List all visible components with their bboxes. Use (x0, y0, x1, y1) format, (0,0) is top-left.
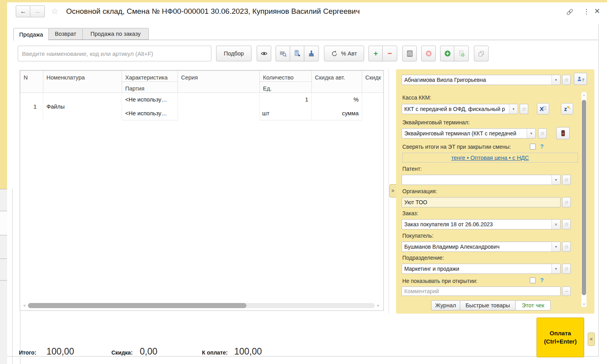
cell-series[interactable] (178, 93, 260, 120)
scroll-right-icon[interactable]: ► (377, 302, 380, 309)
cell-characteristic[interactable]: <Не использу… (122, 93, 178, 107)
kkm-field[interactable]: ККТ с передачей в ОФД, фискальный р ▾ (402, 104, 518, 114)
pick-button[interactable]: Подбор (216, 46, 252, 61)
comment-more-button[interactable]: ... (562, 286, 571, 296)
price-settings-link[interactable]: тенге • Оптовая цена • с НДС (451, 155, 529, 161)
ellipsis-label: ... (564, 288, 568, 292)
copy-icon (565, 178, 568, 182)
pay-button[interactable]: Оплата (Ctrl+Enter) (537, 318, 584, 357)
comment-input[interactable] (402, 286, 561, 296)
scrollbar-track[interactable] (28, 303, 375, 308)
cell-nomenclature[interactable]: Файлы (43, 93, 122, 120)
kkm-open-button[interactable] (520, 104, 528, 114)
more-menu-icon[interactable]: ⋮ (583, 7, 590, 16)
cashier-info-button[interactable]: ? (574, 73, 587, 85)
auto-discount-button[interactable]: % Авт (324, 46, 364, 61)
terminal-device-button[interactable] (556, 127, 570, 139)
table-horizontal-scrollbar[interactable]: ◄ ► (22, 302, 380, 309)
scroll-up-icon[interactable]: ▴ (581, 93, 587, 97)
cell-auto-discount-sum[interactable]: сумма (312, 107, 362, 120)
panel-collapse-handle[interactable]: < (588, 333, 595, 346)
scroll-left-icon[interactable]: ◄ (22, 302, 26, 309)
panel-expand-handle[interactable]: > (389, 184, 396, 198)
dropdown-icon[interactable]: ▾ (551, 175, 560, 185)
add-row-button[interactable]: + (368, 46, 383, 61)
clear-icon[interactable]: × (551, 220, 560, 229)
customer-open-button[interactable] (562, 242, 571, 252)
dropdown-icon[interactable]: ▾ (551, 75, 560, 85)
receipt-side-panel: Абнагимова Виола Григорьевна ▾ ? Касса К… (396, 69, 594, 314)
back-button[interactable]: ← (16, 6, 31, 17)
organization-label: Организация: (402, 188, 437, 194)
dropdown-icon[interactable]: ▾ (527, 129, 535, 138)
total-label: Итого: (19, 349, 36, 356)
tab-return[interactable]: Возврат (48, 28, 83, 40)
cashier-open-button[interactable] (562, 75, 571, 85)
order-open-button[interactable] (562, 219, 571, 229)
organization-open-button[interactable] (562, 197, 571, 207)
link-icon[interactable] (566, 8, 574, 16)
terminal-open-button[interactable] (538, 128, 547, 139)
open-window-button[interactable] (474, 46, 489, 61)
data-terminal-button[interactable] (290, 46, 304, 61)
terminal-field[interactable]: Эквайринговый терминал (ККТ с передачей … (402, 128, 536, 139)
organization-field[interactable]: Уют ТОО (402, 197, 561, 207)
hide-on-open-checkbox[interactable] (530, 277, 536, 283)
scrollbar-thumb[interactable] (582, 100, 586, 295)
customer-label: Покупатель: (402, 233, 433, 239)
view-this-receipt-button[interactable]: Этот чек (515, 300, 551, 310)
question-icon: ? (582, 78, 584, 83)
remove-row-button[interactable]: − (382, 46, 397, 61)
tab-sale[interactable]: Продажа (13, 28, 49, 41)
favorite-star-icon[interactable]: ☆ (51, 6, 59, 17)
view-journal-button[interactable]: Журнал (431, 300, 460, 310)
cashier-field[interactable]: Абнагимова Виола Григорьевна ▾ (402, 75, 561, 85)
cell-auto-discount-percent[interactable]: % (312, 93, 362, 107)
kkm-zreport-button[interactable] (561, 103, 573, 115)
dropdown-icon[interactable]: ▾ (551, 242, 560, 251)
barcode-search-button[interactable] (276, 46, 290, 61)
view-eye-button[interactable] (257, 46, 271, 61)
total-value: 100,00 (46, 346, 74, 357)
forward-button[interactable]: → (30, 6, 45, 17)
scrollbar-thumb[interactable] (28, 303, 246, 308)
left-accent-strip (0, 2, 7, 189)
customer-field[interactable]: Бушманов Владимир Александрович ▾ (402, 242, 561, 252)
cell-quantity[interactable]: 1 (260, 93, 312, 107)
patent-field[interactable]: ▾ (402, 175, 561, 185)
cell-unit[interactable]: шт (260, 107, 312, 120)
cell-batch[interactable]: <Не использу… (122, 107, 178, 120)
cell-discount[interactable] (362, 93, 384, 120)
verify-help-icon[interactable]: ? (540, 143, 544, 150)
background-window-block (0, 189, 7, 211)
cell-row-number[interactable]: 1 (20, 93, 43, 120)
verify-totals-checkbox[interactable] (530, 144, 536, 150)
department-field[interactable]: Маркетинг и продажи ▾ (402, 264, 561, 274)
stamp-button[interactable] (304, 46, 319, 61)
calculator-button[interactable] (402, 46, 417, 61)
kkm-label: Касса ККМ: (402, 94, 431, 101)
panel-splitter[interactable] (389, 69, 389, 314)
col-header-characteristic: Характеристика (122, 71, 178, 82)
calculator-icon (406, 50, 413, 57)
cancel-receipt-button[interactable] (421, 46, 436, 61)
dropdown-icon[interactable]: ▾ (551, 264, 560, 273)
top-accent-strip (0, 0, 607, 2)
dropdown-icon[interactable]: ▾ (509, 104, 518, 114)
order-field[interactable]: Заказ покупателя 18 от 26.06.2023 × (402, 219, 561, 229)
view-quick-goods-button[interactable]: Быстрые товары (460, 300, 516, 310)
department-open-button[interactable] (562, 264, 571, 274)
panel-vertical-scrollbar[interactable]: ▴ ▾ (581, 92, 587, 307)
tab-sale-by-order[interactable]: Продажа по заказу (82, 28, 149, 40)
patent-open-button[interactable] (562, 175, 571, 185)
kkm-xreport-button[interactable] (537, 103, 549, 115)
search-input[interactable] (18, 46, 211, 61)
copy-icon (565, 267, 568, 271)
hide-help-icon[interactable]: ? (540, 277, 544, 283)
tab-label: Продажа по заказу (91, 31, 141, 37)
new-receipt-button[interactable] (440, 46, 455, 61)
save-receipt-button[interactable] (454, 46, 469, 61)
scroll-down-icon[interactable]: ▾ (581, 302, 587, 306)
document-add-icon (458, 50, 465, 57)
close-icon[interactable]: × (594, 6, 600, 17)
